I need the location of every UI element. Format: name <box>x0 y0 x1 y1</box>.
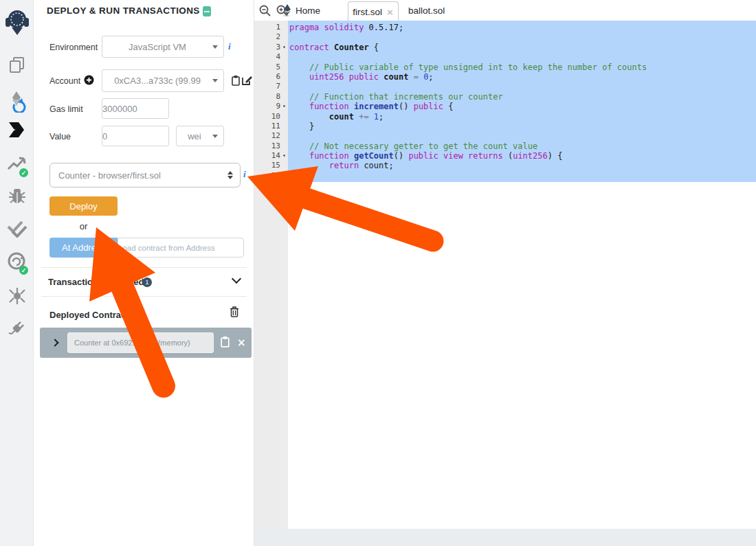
etherscan-spider-icon[interactable] <box>0 287 34 305</box>
chevron-down-icon <box>212 45 218 49</box>
add-account-icon[interactable] <box>84 75 94 88</box>
solidity-compiler-icon[interactable] <box>0 91 34 113</box>
or-label: or <box>49 221 118 231</box>
plugin-manager-icon[interactable] <box>0 319 34 338</box>
value-unit-select[interactable]: wei <box>176 126 224 146</box>
unit-testing-icon[interactable] <box>0 220 34 238</box>
value-label: Value <box>49 132 71 141</box>
file-explorer-icon[interactable] <box>0 56 34 74</box>
plugin-icon-bar: ✓ ✓ <box>0 0 34 546</box>
contract-info-icon[interactable]: i <box>243 169 246 180</box>
gas-profiler-icon[interactable]: ✓ <box>0 251 34 272</box>
deployed-contracts-title: Deployed Contracts <box>49 310 134 320</box>
svg-text:remix: remix <box>283 14 289 16</box>
account-label: Account <box>49 76 80 86</box>
clear-deployed-trash-icon[interactable] <box>230 306 239 320</box>
gas-limit-input[interactable] <box>102 98 169 119</box>
at-address-input[interactable] <box>118 238 244 258</box>
deploy-run-panel: DEPLOY & RUN TRANSACTIONS Environment Ja… <box>34 0 254 546</box>
fold-marker-icon[interactable]: ▾ <box>280 151 288 161</box>
transactions-count-badge: 1 <box>142 277 152 287</box>
tab-home-label: Home <box>296 5 320 16</box>
remix-home-icon: remix <box>283 4 291 16</box>
edit-account-icon[interactable] <box>242 75 252 88</box>
tab-ballot-sol[interactable]: ballot.sol <box>408 0 445 21</box>
remix-logo[interactable] <box>0 8 34 37</box>
deployed-contract-item[interactable]: Counter at 0x692...77bA (memory) <box>67 332 214 353</box>
contract-value: Counter - browser/first.sol <box>50 170 227 181</box>
close-tab-icon[interactable]: × <box>386 7 394 17</box>
copy-address-icon[interactable] <box>220 336 230 350</box>
tab-home[interactable]: remix Home <box>283 0 320 21</box>
zoom-out-icon[interactable] <box>259 5 271 19</box>
deploy-button[interactable]: Deploy <box>49 196 118 216</box>
environment-select[interactable]: JavaScript VM <box>102 36 224 58</box>
remove-contract-icon[interactable]: × <box>237 337 246 349</box>
deployed-contract-card: Counter at 0x692...77bA (memory) × <box>40 328 252 358</box>
divider <box>41 267 247 268</box>
account-select[interactable]: 0xCA3...a733c (99.99 <box>102 69 224 92</box>
collapse-chevron-icon[interactable] <box>232 274 241 284</box>
documentation-book-icon[interactable] <box>203 6 211 16</box>
code-lines[interactable]: pragma solidity 0.5.17; contract Counter… <box>288 21 756 182</box>
account-value: 0xCA3...a733c (99.99 <box>102 76 212 86</box>
contract-select[interactable]: Counter - browser/first.sol <box>49 163 241 187</box>
editor-tab-bar: remix Home first.sol × ballot.sol <box>254 0 756 21</box>
fold-marker-icon[interactable]: ▾ <box>280 102 288 111</box>
gutter-lines: 123▾456789▾1011121314▾1516 <box>254 21 288 529</box>
value-input[interactable] <box>102 126 169 146</box>
chevron-down-icon <box>212 79 218 82</box>
environment-info-icon[interactable]: i <box>228 41 231 52</box>
up-down-arrows-icon <box>227 171 233 179</box>
editor-area: remix Home first.sol × ballot.sol 123▾45… <box>254 0 756 546</box>
value-unit: wei <box>177 131 212 141</box>
tab-first-sol[interactable]: first.sol × <box>348 1 399 21</box>
tab-ballot-sol-label: ballot.sol <box>408 5 445 16</box>
analysis-icon[interactable]: ✓ <box>0 155 34 174</box>
at-address-button[interactable]: At Address <box>49 238 118 258</box>
gas-limit-label: Gas limit <box>49 104 83 114</box>
expand-chevron-icon[interactable] <box>51 339 58 346</box>
environment-label: Environment <box>49 43 98 52</box>
terminal-resize-bar[interactable] <box>254 529 756 546</box>
fold-marker-icon[interactable]: ▾ <box>280 43 288 52</box>
deploy-and-run-icon[interactable] <box>0 121 34 139</box>
transactions-recorded-label: Transactions recorded: <box>48 277 147 287</box>
tab-first-sol-label: first.sol <box>353 7 382 17</box>
panel-title: DEPLOY & RUN TRANSACTIONS <box>47 5 200 16</box>
debugger-icon[interactable] <box>0 187 34 205</box>
check-badge: ✓ <box>19 266 28 275</box>
chevron-down-icon <box>212 135 218 138</box>
check-badge: ✓ <box>19 168 28 177</box>
divider <box>41 296 247 297</box>
environment-value: JavaScript VM <box>102 42 212 52</box>
copy-account-icon[interactable] <box>231 75 241 89</box>
